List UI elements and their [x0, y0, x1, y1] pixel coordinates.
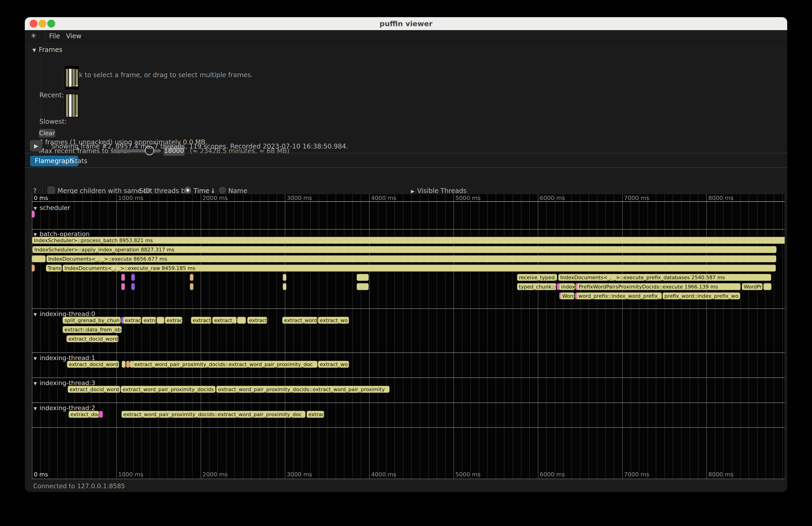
frame-bar[interactable] [75, 69, 78, 86]
thread-separator-line [32, 403, 785, 403]
flamegraph-scope-bar[interactable]: extra [142, 317, 156, 324]
flamegraph-scope-bar[interactable]: index [559, 283, 575, 290]
flamegraph-scope-bar[interactable]: extract [247, 317, 267, 324]
flamegraph-scope-bar[interactable] [237, 317, 246, 324]
axis-tick-label: 7000 ms [624, 195, 649, 201]
axis-tick-label: 8000 ms [708, 195, 734, 201]
flamegraph-scope-bar[interactable]: split_grenad_by_chun [62, 317, 121, 324]
flamegraph-scope-bar[interactable]: extract_doc [69, 411, 99, 418]
flamegraph-scope-bar[interactable] [121, 283, 125, 290]
frame-bar-selected[interactable] [69, 69, 72, 87]
flamegraph-panel[interactable]: 0 ms0 ms1000 ms1000 ms2000 ms2000 ms3000… [31, 194, 785, 479]
axis-tick-label: 4000 ms [371, 471, 396, 478]
theme-toggle-icon[interactable]: ✳ [31, 32, 36, 40]
flamegraph-scope-bar[interactable] [131, 274, 135, 281]
flamegraph-scope-bar[interactable]: extract::data_from_ob [62, 326, 122, 333]
flamegraph-scope-bar[interactable]: extract_docid_word [67, 361, 119, 368]
flamegraph-scope-bar[interactable] [32, 255, 46, 262]
flamegraph-scope-bar[interactable]: PrefixWordPairsProximityDocids::execute … [577, 283, 741, 290]
flamegraph-scope-bar[interactable] [357, 283, 369, 290]
flamegraph-scope-bar[interactable]: extract_word_pair_proximity_docids [121, 386, 216, 393]
axis-tick-label: 0 ms [34, 195, 48, 201]
flamegraph-scope-bar[interactable]: IndexDocuments<_, _>::execute_raw 8459.1… [62, 265, 775, 272]
flamegraph-scope-bar[interactable] [126, 361, 130, 368]
clear-frames-button[interactable]: Clear [39, 129, 55, 137]
flamegraph-scope-bar[interactable]: extract_word [282, 317, 318, 324]
flamegraph-scope-bar[interactable]: extract_docid_word [67, 335, 118, 342]
frame-bar[interactable] [72, 69, 75, 87]
collapse-triangle-icon: ▼ [33, 356, 37, 361]
flamegraph-scope-bar[interactable] [121, 274, 125, 281]
tab-stats[interactable]: Stats [71, 156, 87, 166]
frame-bar-selected[interactable] [69, 94, 72, 117]
thread-separator-line [32, 229, 785, 230]
flamegraph-scope-bar[interactable]: Trans [46, 265, 62, 272]
thread-header-indexing-thread-2[interactable]: ▼indexing-thread:2 [33, 404, 98, 411]
gridline [32, 194, 32, 479]
window-title: puffin viewer [25, 17, 787, 30]
flamegraph-scope-bar[interactable]: Word [560, 292, 575, 299]
collapse-triangle-icon: ▼ [33, 206, 37, 210]
thread-header-indexing-thread-3[interactable]: ▼indexing-thread:3 [33, 379, 98, 386]
axis-tick-label: 6000 ms [540, 195, 565, 201]
flamegraph-scope-bar[interactable]: extract_word_pair_proximity_docids::extr… [121, 411, 305, 418]
flamegraph-scope-bar[interactable]: extract_wo [318, 317, 349, 324]
flamegraph-scope-bar[interactable] [283, 274, 287, 281]
flamegraph-scope-bar[interactable] [31, 210, 35, 218]
flamegraph-scope-bar[interactable]: extract_ [212, 317, 236, 324]
flamegraph-scope-bar[interactable]: extract_word_pair_proximity_docids::extr… [216, 386, 390, 393]
flamegraph-scope-bar[interactable] [122, 361, 126, 368]
flamegraph-scope-bar[interactable]: extract [123, 317, 141, 324]
thread-header-indexing-thread-1[interactable]: ▼indexing-thread:1 [33, 354, 98, 362]
thread-header-scheduler[interactable]: ▼scheduler [33, 204, 73, 211]
frame-bar[interactable] [75, 94, 78, 116]
flamegraph-scope-bar[interactable] [131, 283, 135, 290]
flamegraph-scope-bar[interactable]: word_prefix::index_word_prefix_ [577, 292, 662, 299]
flamegraph-scope-bar[interactable]: prefix_word::index_prefix_wo [663, 292, 740, 299]
flamegraph-scope-bar[interactable]: extract_ [191, 317, 211, 324]
frame-bar[interactable] [66, 94, 68, 117]
flamegraph-scope-bar[interactable]: extract_wo [318, 361, 349, 368]
flamegraph-scope-bar[interactable] [190, 274, 193, 281]
flamegraph-scope-bar[interactable]: IndexDocuments<_, _>::execute_prefix_dat… [558, 274, 771, 281]
sort-name-radio[interactable] [219, 187, 226, 194]
flamegraph-scope-bar[interactable] [99, 411, 103, 418]
title-bar: puffin viewer [25, 17, 787, 30]
recent-label: Recent: [39, 91, 64, 99]
sort-time-radio[interactable] [184, 187, 191, 194]
flamegraph-scope-bar[interactable]: IndexScheduler>::apply_index_operation 8… [32, 246, 777, 253]
flamegraph-scope-bar[interactable]: typed_chunk::w [517, 283, 556, 290]
axis-tick-label: 5000 ms [455, 195, 481, 201]
flamegraph-scope-bar[interactable]: extract_word_pair_proximity_docids::extr… [132, 361, 318, 368]
thread-header-batch-operation[interactable]: ▼batch-operation [33, 230, 92, 237]
flamegraph-scope-bar[interactable]: extrac [165, 317, 183, 324]
flamegraph-scope-bar[interactable]: IndexDocuments<_, _>::execute 8656.677 m… [46, 255, 776, 262]
axis-tick-label: 6000 ms [540, 471, 565, 478]
slowest-frames-thumbnail[interactable] [64, 93, 79, 118]
axis-tick-label: 3000 ms [287, 195, 312, 201]
axis-tick-label: 2000 ms [203, 195, 228, 201]
flamegraph-scope-bar[interactable] [190, 283, 193, 290]
thread-header-indexing-thread-0[interactable]: ▼indexing-thread:0 [33, 310, 98, 318]
merge-children-checkbox[interactable] [47, 187, 55, 194]
flamegraph-scope-bar[interactable]: extract_docid_word [68, 386, 120, 393]
frame-bar[interactable] [72, 94, 75, 117]
flamegraph-scope-bar[interactable] [31, 265, 35, 272]
flamegraph-scope-bar[interactable]: WordPr [742, 283, 763, 290]
flamegraph-scope-bar[interactable]: extrac [307, 411, 324, 418]
flamegraph-scope-bar[interactable] [357, 274, 369, 281]
collapse-triangle-icon: ▼ [33, 406, 37, 411]
menu-view[interactable]: View [66, 32, 81, 40]
flamegraph-scope-bar[interactable]: receive_typed_ [517, 274, 557, 281]
menu-file[interactable]: File [49, 32, 60, 40]
flamegraph-scope-bar[interactable]: IndexScheduler>::process_batch 8953.821 … [32, 237, 785, 244]
frame-bar[interactable] [66, 69, 68, 87]
recent-frames-thumbnail[interactable] [64, 65, 79, 90]
axis-tick-label: 4000 ms [371, 195, 396, 201]
play-button[interactable]: ▶ [30, 140, 42, 151]
flamegraph-scope-bar[interactable] [763, 283, 771, 290]
flamegraph-scope-bar[interactable] [283, 283, 287, 290]
flamegraph-scope-bar[interactable] [157, 317, 164, 324]
frames-section-header[interactable]: ▼Frames [32, 46, 62, 54]
menu-bar: ✳ File View [25, 30, 787, 42]
